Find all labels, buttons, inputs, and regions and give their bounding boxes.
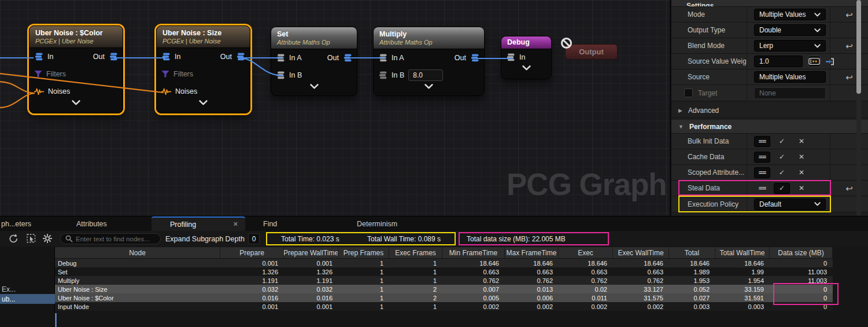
table-cell: 18.646 <box>559 259 613 267</box>
steal-data-disable-button[interactable]: ✕ <box>793 183 810 194</box>
side-list-item[interactable]: Ex... <box>0 285 55 294</box>
noises-pin-icon[interactable] <box>34 87 44 95</box>
steal-data-default-button[interactable]: == <box>754 183 770 194</box>
back-to-parent-icon[interactable] <box>9 234 19 243</box>
in-b-pin-icon[interactable] <box>276 71 285 79</box>
steal-data-enable-button[interactable]: ✓ <box>774 183 790 194</box>
side-scrollbar-thumb[interactable] <box>55 313 57 327</box>
out-pin-icon[interactable] <box>109 53 118 61</box>
expand-subgraph-depth-input[interactable] <box>248 233 260 244</box>
tab-find[interactable]: Find <box>263 216 277 231</box>
scoped-attribute-enable-button[interactable]: ✓ <box>774 167 790 178</box>
search-box[interactable] <box>60 233 161 244</box>
table-row[interactable]: Multiply 1.191 1.191 1 1 0.762 0.762 0.7… <box>55 276 833 285</box>
node-collapse-chevron-icon[interactable] <box>501 65 551 77</box>
in-a-pin-icon[interactable] <box>378 54 387 62</box>
node-header[interactable]: Debug <box>501 36 551 49</box>
node-uber-noise-size[interactable]: Uber Noise : Size PCGEx | Uber Noise In … <box>156 25 250 113</box>
mode-dropdown[interactable]: Multiple Values <box>754 9 826 20</box>
node-uber-noise-color[interactable]: Uber Noise : $Color PCGEx | Uber Noise I… <box>29 25 123 113</box>
column-header-min-frametime[interactable]: Min FrameTime <box>442 247 505 258</box>
in-pin-icon[interactable] <box>506 53 515 61</box>
execution-policy-dropdown[interactable]: Default <box>754 199 826 210</box>
settings-gear-icon[interactable] <box>43 234 52 243</box>
out-pin-icon[interactable] <box>236 53 245 61</box>
graph-canvas[interactable]: PCG Graph Uber Noise : $Color PCGEx | Ub… <box>0 0 670 216</box>
reset-mode-button[interactable]: ↩ <box>845 10 853 19</box>
node-collapse-chevron-icon[interactable] <box>29 100 123 112</box>
filters-pin-icon[interactable] <box>161 70 169 78</box>
column-header-prepare-walltime[interactable]: Prepare WallTime <box>284 247 338 258</box>
cache-data-enable-button[interactable]: ✓ <box>774 152 790 163</box>
reset-source-button[interactable]: ↩ <box>845 73 853 82</box>
table-row[interactable]: Debug 0.001 0.001 1 1 18.646 18.646 18.6… <box>55 259 833 267</box>
column-header-node[interactable]: Node <box>55 247 220 258</box>
target-input[interactable] <box>754 87 826 99</box>
settings-section-header[interactable]: Settings <box>671 0 868 7</box>
noises-pin-icon[interactable] <box>161 87 171 95</box>
node-header[interactable]: Multiply Attribute Maths Op <box>374 27 484 49</box>
source-value-weight-input[interactable] <box>754 56 803 67</box>
close-tab-icon[interactable]: ✕ <box>233 221 238 228</box>
filters-pin-icon[interactable] <box>34 70 42 78</box>
column-header-prep-frames[interactable]: Prep Frames <box>338 247 389 258</box>
tab-determinism[interactable]: Determinism <box>357 216 397 231</box>
column-header-total[interactable]: Total <box>669 247 715 258</box>
out-pin-icon[interactable] <box>343 54 352 62</box>
node-set[interactable]: Set Attribute Maths Op In A Out In B <box>271 27 357 96</box>
output-type-dropdown[interactable]: Double <box>754 24 826 36</box>
scoped-attribute-disable-button[interactable]: ✕ <box>793 167 810 178</box>
out-pin-icon[interactable] <box>470 54 479 62</box>
column-header-max-frametime[interactable]: Max FrameTime <box>505 247 559 258</box>
tab-graph-parameters[interactable]: ph...eters <box>1 216 31 231</box>
blend-mode-dropdown[interactable]: Lerp <box>754 40 826 52</box>
column-header-exec[interactable]: Exec <box>559 247 613 258</box>
table-row[interactable]: Input Node 0.001 0.001 1 1 0.002 0.002 0… <box>55 302 833 311</box>
in-pin-icon[interactable] <box>34 53 43 61</box>
chevron-down-icon <box>814 202 821 206</box>
table-row-selected[interactable]: Uber Noise : Size 0.032 0.032 1 2 0.007 … <box>55 285 833 293</box>
reset-steal-data-button[interactable]: ↩ <box>845 184 853 193</box>
advanced-section-header[interactable]: ▶ Advanced <box>671 103 868 118</box>
performance-section-header[interactable]: ▼ Performance <box>671 120 868 134</box>
bulk-init-default-button[interactable]: == <box>754 136 770 147</box>
search-input[interactable] <box>76 236 156 243</box>
table-row-selected[interactable]: Uber Noise : $Color 0.016 0.016 1 2 0.00… <box>55 293 833 302</box>
marquee-select-icon[interactable] <box>27 234 36 243</box>
node-collapse-chevron-icon[interactable] <box>271 84 357 95</box>
in-a-pin-icon[interactable] <box>276 54 285 62</box>
source-input[interactable] <box>754 71 826 83</box>
attribute-picker-icon[interactable] <box>808 56 821 67</box>
in-pin-icon[interactable] <box>161 53 171 61</box>
tab-attributes[interactable]: Attributes <box>76 216 107 231</box>
details-scrollbar-thumb[interactable] <box>856 0 861 94</box>
table-cell: Multiply <box>55 276 220 285</box>
target-checkbox[interactable] <box>684 89 693 97</box>
column-header-prepare[interactable]: Prepare <box>220 247 284 258</box>
cache-data-disable-button[interactable]: ✕ <box>793 152 810 163</box>
bulk-init-enable-button[interactable]: ✓ <box>774 136 790 147</box>
node-collapse-chevron-icon[interactable] <box>374 84 484 95</box>
in-b-pin-icon[interactable] <box>378 71 387 79</box>
table-cell: 31.591 <box>715 293 770 302</box>
node-header[interactable]: Uber Noise : $Color PCGEx | Uber Noise <box>29 26 123 48</box>
node-multiply[interactable]: Multiply Attribute Maths Op In A Out In … <box>373 27 485 96</box>
scoped-attribute-default-button[interactable]: == <box>754 167 770 178</box>
reset-blend-mode-button[interactable]: ↩ <box>845 42 853 50</box>
node-header[interactable]: Set Attribute Maths Op <box>271 27 357 49</box>
node-debug[interactable]: Debug In <box>501 36 552 79</box>
in-b-value-input[interactable] <box>408 69 443 81</box>
node-header[interactable]: Uber Noise : Size PCGEx | Uber Noise <box>157 26 250 48</box>
node-collapse-chevron-icon[interactable] <box>157 100 250 112</box>
column-header-data-size[interactable]: Data size (MB) <box>770 247 833 258</box>
side-list-item-selected[interactable]: ub... <box>0 294 55 304</box>
column-header-exec-frames[interactable]: Exec Frames <box>389 247 442 258</box>
bulk-init-disable-button[interactable]: ✕ <box>793 136 810 147</box>
in-b-pin-label: In B <box>391 71 404 79</box>
node-output[interactable]: Output <box>565 44 618 60</box>
tab-profiling[interactable]: Profiling ✕ <box>152 216 245 231</box>
column-header-total-walltime[interactable]: Total WallTime <box>715 247 770 258</box>
table-row[interactable]: Set 1.326 1.326 1 1 0.663 0.663 0.663 0.… <box>55 267 833 276</box>
cache-data-default-button[interactable]: == <box>754 152 770 163</box>
column-header-exec-walltime[interactable]: Exec WallTime <box>613 247 669 258</box>
